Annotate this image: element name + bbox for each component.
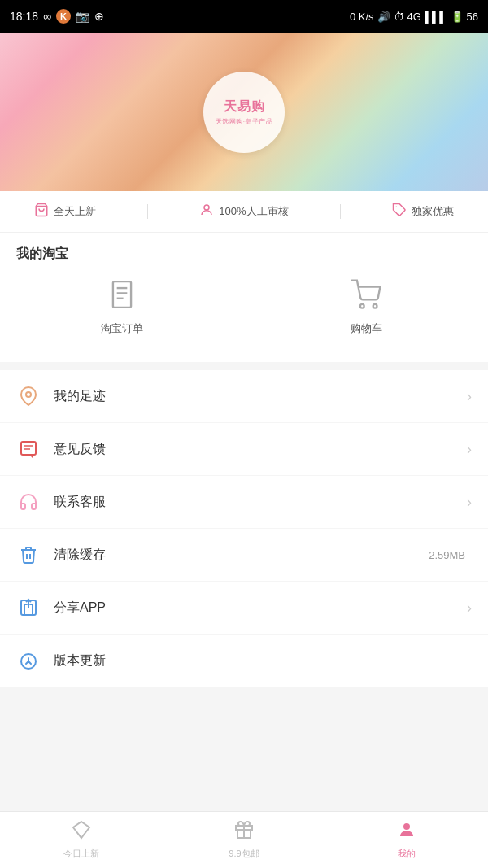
share-icon [16,595,41,620]
infinity-icon: ∞ [43,10,51,23]
menu-item-update[interactable]: 版本更新 [0,635,488,687]
svg-point-8 [373,304,377,308]
update-label: 版本更新 [54,652,472,670]
feature-new: 全天上新 [34,203,96,220]
taobao-actions: 淘宝订单 购物车 [0,271,488,349]
svg-point-9 [26,392,31,397]
banner: 天易购 天选网购·皇子产品 [0,33,488,191]
footprint-icon [16,384,41,408]
nav-mine[interactable]: 我的 [325,820,488,860]
tag-icon [392,203,407,220]
share-arrow: › [467,600,472,617]
svg-marker-16 [73,822,89,838]
status-right: 0 K/s 🔊 ⏱ 4G ▌▌▌ 🔋 56 [350,11,478,23]
feature-deal-label: 独家优惠 [412,204,454,219]
service-icon [16,490,41,514]
share-label: 分享APP [54,600,467,617]
signal-icon: ⊕ [94,10,104,23]
cache-size: 2.59MB [429,549,465,561]
shopping-cart-button[interactable]: 购物车 [244,279,488,336]
features-row: 全天上新 100%人工审核 独家优惠 [0,191,488,233]
order-icon [107,279,137,315]
menu-section: 我的足迹 › 意见反馈 › [0,370,488,687]
footprint-label: 我的足迹 [54,388,467,405]
feedback-arrow: › [467,441,472,458]
page-content: 天易购 天选网购·皇子产品 全天上新 100%人工审核 [0,33,488,744]
feedback-label: 意见反馈 [54,441,467,458]
menu-item-footprint[interactable]: 我的足迹 › [0,370,488,423]
feature-review: 100%人工审核 [199,203,288,220]
battery-icon: 🔋 [451,11,464,23]
menu-item-share[interactable]: 分享APP › [0,582,488,635]
wifi-bars: ▌▌▌ [425,11,447,23]
my-taobao-title: 我的淘宝 [0,233,488,271]
footprint-arrow: › [467,388,472,405]
status-bar: 18:18 ∞ K 📷 ⊕ 0 K/s 🔊 ⏱ 4G ▌▌▌ 🔋 56 [0,0,488,33]
nav-today-new[interactable]: 今日上新 [0,820,163,860]
menu-item-clear-cache[interactable]: 清除缓存 2.59MB [0,529,488,582]
feature-new-label: 全天上新 [54,204,96,219]
cart-icon [351,279,381,315]
logo-main-text: 天易购 [224,98,265,116]
feature-deal: 独家优惠 [392,203,454,220]
svg-point-7 [360,304,364,308]
feature-review-label: 100%人工审核 [219,204,288,219]
bag-icon [34,203,49,220]
nav-mine-label: 我的 [398,848,416,860]
trash-icon [16,543,41,567]
diamond-icon [72,820,91,844]
person-icon [199,203,214,220]
status-left: 18:18 ∞ K 📷 ⊕ [10,9,104,24]
status-time: 18:18 [10,10,38,23]
network-speed: 0 K/s [350,11,374,23]
nav-gift[interactable]: 9.9包邮 [163,820,325,860]
svg-rect-10 [21,442,36,455]
logo-sub-text: 天选网购·皇子产品 [216,117,273,126]
volume-icon: 🔊 [377,11,390,23]
person-active-icon [397,820,416,844]
k-icon: K [56,9,71,24]
svg-point-19 [403,823,410,830]
battery-level: 56 [467,11,478,23]
service-label: 联系客服 [54,494,467,511]
shopping-cart-label: 购物车 [351,321,382,336]
nav-gift-label: 9.9包邮 [229,848,259,860]
feedback-icon [16,437,41,461]
clock-icon: ⏱ [394,11,404,23]
service-arrow: › [467,494,472,511]
my-taobao-section: 我的淘宝 淘宝订单 [0,233,488,362]
taobao-order-button[interactable]: 淘宝订单 [0,279,244,336]
clear-cache-label: 清除缓存 [54,547,429,564]
gift-icon [234,820,254,844]
bottom-nav: 今日上新 9.9包邮 我的 [0,811,488,868]
divider-1 [147,204,148,219]
menu-item-feedback[interactable]: 意见反馈 › [0,423,488,476]
svg-rect-3 [113,281,131,308]
menu-item-service[interactable]: 联系客服 › [0,476,488,529]
signal-4g: 4G [407,11,421,23]
svg-point-1 [204,205,209,210]
update-icon [16,649,41,674]
logo-circle: 天易购 天选网购·皇子产品 [203,72,285,153]
divider-2 [340,204,341,219]
nav-today-label: 今日上新 [63,848,99,860]
photo-icon: 📷 [76,10,89,23]
taobao-order-label: 淘宝订单 [101,321,143,336]
